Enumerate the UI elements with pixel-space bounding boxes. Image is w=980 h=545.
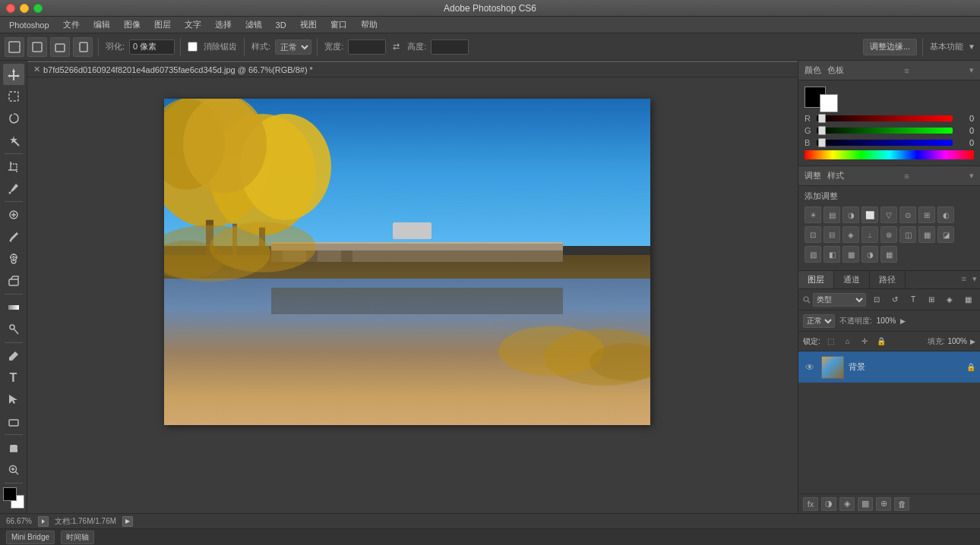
swap-icon[interactable]: ⇄ bbox=[389, 40, 403, 54]
opacity-arrow[interactable]: ▶ bbox=[900, 317, 906, 325]
adj-panel-menu[interactable]: ≡ bbox=[904, 172, 909, 181]
layers-panel-collapse[interactable]: ▾ bbox=[969, 271, 980, 288]
shape-tool[interactable] bbox=[3, 411, 24, 432]
blend-mode-select[interactable]: 正常 bbox=[803, 314, 835, 328]
menu-3d[interactable]: 3D bbox=[270, 19, 292, 31]
menu-file[interactable]: 文件 bbox=[57, 17, 86, 32]
adj-threshold[interactable]: ◫ bbox=[899, 226, 916, 243]
adj-gradient-map[interactable]: ▦ bbox=[918, 226, 935, 243]
close-button[interactable] bbox=[6, 4, 15, 13]
toolbar-tool-icon[interactable] bbox=[5, 37, 24, 57]
menu-type[interactable]: 文字 bbox=[179, 17, 207, 32]
layers-tool-2[interactable]: ↺ bbox=[887, 292, 903, 307]
layer-visibility-bg[interactable]: 👁 bbox=[803, 361, 817, 374]
timeline-btn[interactable]: 时间轴 bbox=[61, 531, 94, 544]
adjustments-panel-header[interactable]: 调整 样式 ≡ ▾ bbox=[798, 166, 980, 186]
adj-icon-extra3[interactable]: ▩ bbox=[842, 246, 859, 263]
feather-input[interactable] bbox=[129, 39, 175, 55]
maximize-button[interactable] bbox=[33, 4, 43, 13]
delete-layer-btn[interactable]: 🗑 bbox=[894, 497, 909, 511]
layers-tool-4[interactable]: ⊞ bbox=[924, 292, 939, 307]
menu-filter[interactable]: 滤镜 bbox=[239, 17, 268, 32]
tab-layers[interactable]: 图层 bbox=[798, 271, 834, 288]
menu-photoshop[interactable]: Photoshop bbox=[3, 19, 55, 31]
adj-icon-extra5[interactable]: ▦ bbox=[880, 246, 897, 263]
r-slider[interactable] bbox=[817, 115, 953, 121]
toolbar-btn-3[interactable] bbox=[50, 37, 70, 57]
brush-tool[interactable] bbox=[3, 226, 24, 247]
lasso-tool[interactable] bbox=[3, 108, 24, 129]
type-tool[interactable]: T bbox=[3, 367, 24, 389]
lock-image[interactable]: ⌂ bbox=[842, 336, 854, 348]
menu-select[interactable]: 选择 bbox=[209, 17, 238, 32]
menu-layer[interactable]: 图层 bbox=[148, 17, 177, 32]
color-panel-header[interactable]: 颜色 色板 ≡ ▾ bbox=[798, 61, 980, 80]
adj-exposure[interactable]: ⬜ bbox=[861, 206, 878, 223]
zoom-btn[interactable] bbox=[38, 516, 49, 527]
tab-channels[interactable]: 通道 bbox=[834, 271, 870, 288]
background-swatch[interactable] bbox=[820, 94, 838, 112]
menu-window[interactable]: 窗口 bbox=[324, 17, 353, 32]
menu-view[interactable]: 视图 bbox=[294, 17, 323, 32]
add-mask-btn[interactable]: ◑ bbox=[821, 497, 836, 511]
magic-wand-tool[interactable] bbox=[3, 130, 24, 151]
width-input[interactable] bbox=[348, 39, 386, 55]
minimize-button[interactable] bbox=[20, 4, 29, 13]
adj-icon-extra1[interactable]: ▨ bbox=[805, 246, 821, 263]
menu-help[interactable]: 帮助 bbox=[355, 17, 384, 32]
adj-curves[interactable]: ◑ bbox=[842, 206, 859, 223]
styles-tab[interactable]: 样式 bbox=[827, 170, 844, 181]
new-group-btn[interactable]: ▦ bbox=[858, 497, 873, 511]
antialias-checkbox[interactable] bbox=[188, 42, 198, 52]
marquee-tool[interactable] bbox=[3, 86, 24, 107]
eyedropper-tool[interactable] bbox=[3, 178, 24, 199]
foreground-color-swatch[interactable] bbox=[3, 487, 17, 501]
toolbar-btn-4[interactable] bbox=[73, 37, 93, 57]
swatch-tab[interactable]: 色板 bbox=[827, 65, 844, 76]
adj-photo-filter[interactable]: ⊡ bbox=[805, 226, 821, 243]
adj-panel-collapse[interactable]: ▾ bbox=[969, 171, 974, 181]
layer-item-background[interactable]: 👁 背景 🔒 bbox=[798, 351, 980, 383]
color-spectrum[interactable] bbox=[805, 150, 974, 159]
gradient-tool[interactable] bbox=[3, 297, 24, 318]
toolbar-btn-2[interactable] bbox=[27, 37, 47, 57]
zoom-tool[interactable] bbox=[3, 459, 24, 480]
adj-channel-mixer[interactable]: ⊟ bbox=[824, 226, 840, 243]
color-panel-collapse[interactable]: ▾ bbox=[969, 65, 974, 75]
mini-bridge-btn[interactable]: Mini Bridge bbox=[6, 531, 55, 544]
add-style-btn[interactable]: fx bbox=[803, 497, 818, 511]
adj-color-balance[interactable]: ⊞ bbox=[918, 206, 935, 223]
pen-tool[interactable] bbox=[3, 345, 24, 367]
adjust-edges-btn[interactable]: 调整边缘... bbox=[863, 39, 917, 55]
clone-tool[interactable] bbox=[3, 248, 24, 269]
eraser-tool[interactable] bbox=[3, 270, 24, 291]
adj-color-lookup[interactable]: ◈ bbox=[842, 226, 859, 243]
adj-bw[interactable]: ◐ bbox=[937, 206, 954, 223]
layers-tool-1[interactable]: ⊡ bbox=[869, 292, 884, 307]
dodge-tool[interactable] bbox=[3, 319, 24, 340]
path-selection-tool[interactable] bbox=[3, 389, 24, 410]
adjustments-tab[interactable]: 调整 bbox=[805, 170, 821, 181]
adj-posterize[interactable]: ⊛ bbox=[880, 226, 897, 243]
adj-selective-color[interactable]: ◪ bbox=[937, 226, 954, 243]
doc-info-btn[interactable]: ▶ bbox=[122, 516, 133, 527]
workspace-dropdown-icon[interactable]: ▼ bbox=[968, 43, 975, 51]
fill-arrow[interactable]: ▶ bbox=[970, 338, 975, 345]
crop-tool[interactable] bbox=[3, 156, 24, 178]
color-swatches[interactable] bbox=[3, 487, 24, 509]
b-slider[interactable] bbox=[817, 140, 953, 146]
move-tool[interactable] bbox=[3, 64, 24, 85]
layers-tool-3[interactable]: T bbox=[906, 292, 921, 307]
adj-icon-extra4[interactable]: ◑ bbox=[861, 246, 878, 263]
adj-invert[interactable]: ⟂ bbox=[861, 226, 878, 243]
adj-brightness[interactable]: ☀ bbox=[805, 206, 821, 223]
hand-tool[interactable] bbox=[3, 437, 24, 458]
tab-close-icon[interactable]: ✕ bbox=[33, 65, 40, 74]
layers-panel-menu[interactable]: ≡ bbox=[959, 271, 969, 288]
style-select[interactable]: 正常 bbox=[275, 39, 311, 55]
color-tab[interactable]: 颜色 bbox=[805, 65, 821, 76]
lock-transparent[interactable]: ⬚ bbox=[825, 336, 837, 348]
tab-paths[interactable]: 路径 bbox=[870, 271, 906, 288]
lock-all[interactable]: 🔒 bbox=[875, 336, 887, 348]
layers-tool-6[interactable]: ▦ bbox=[960, 292, 975, 307]
